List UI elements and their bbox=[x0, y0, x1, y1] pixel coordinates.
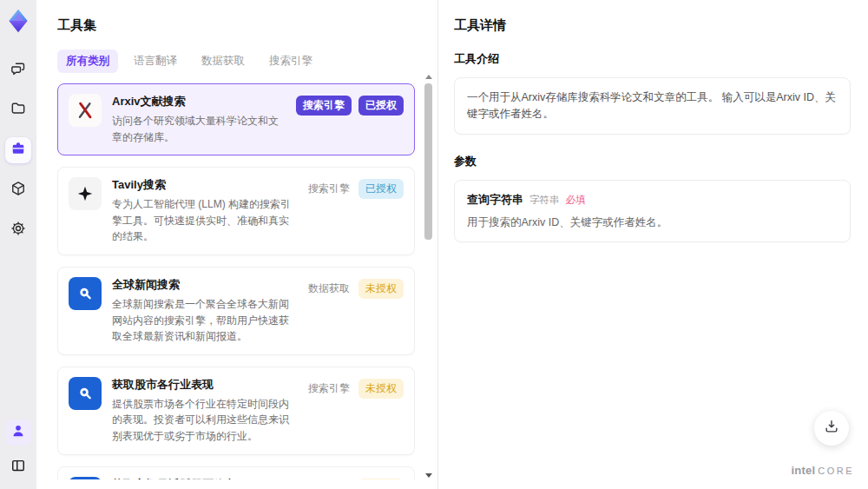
scroll-up-arrow-icon[interactable] bbox=[425, 75, 432, 79]
category-badge: 搜索引擎 bbox=[306, 479, 352, 479]
status-badge: 未授权 bbox=[358, 479, 404, 479]
tab-data-fetch[interactable]: 数据获取 bbox=[193, 50, 253, 73]
tool-card-sector-performance[interactable]: 获取股市各行业表现 提供股票市场各个行业在特定时间段内的表现。投资者可以利用这些… bbox=[57, 367, 415, 455]
tool-name: Arxiv文献搜索 bbox=[112, 94, 282, 109]
sidebar-item-tools[interactable] bbox=[5, 137, 31, 163]
rail-bottom bbox=[5, 420, 31, 480]
category-tabs: 所有类别 语言翻译 数据获取 搜索引擎 bbox=[57, 50, 437, 73]
status-badge: 已授权 bbox=[358, 96, 404, 116]
params-heading: 参数 bbox=[454, 154, 851, 169]
scrollbar-thumb[interactable] bbox=[424, 83, 432, 240]
tool-name: 全球新闻搜索 bbox=[112, 277, 293, 293]
tool-name: Tavily搜索 bbox=[112, 177, 293, 193]
tool-card-most-active-stocks[interactable]: 获取市场最活跃股票信息 提供当天交易量最高的股票列表。投资者可以利用这些信息来识… bbox=[57, 466, 415, 479]
status-badge: 已授权 bbox=[358, 179, 404, 199]
page-title: 工具集 bbox=[57, 17, 437, 34]
star-icon bbox=[69, 177, 102, 210]
sidebar-item-settings[interactable] bbox=[5, 217, 31, 243]
gear-icon bbox=[10, 220, 27, 241]
intro-box: 一个用于从Arxiv存储库搜索科学论文和文章的工具。 输入可以是Arxiv ID… bbox=[454, 77, 851, 135]
download-button[interactable] bbox=[814, 411, 849, 446]
tab-all-categories[interactable]: 所有类别 bbox=[57, 50, 118, 73]
download-icon bbox=[823, 418, 840, 439]
param-description: 用于搜索的Arxiv ID、关键字或作者姓名。 bbox=[467, 215, 838, 230]
tool-description: 专为人工智能代理 (LLM) 构建的搜索引擎工具。可快速提供实时、准确和真实的结… bbox=[112, 196, 293, 245]
sidebar-item-chat[interactable] bbox=[5, 57, 31, 83]
app-logo[interactable] bbox=[4, 7, 32, 35]
param-type: 字符串 bbox=[529, 194, 560, 207]
tool-name: 获取股市各行业表现 bbox=[112, 377, 293, 393]
app-window: 工具集 所有类别 语言翻译 数据获取 搜索引擎 Arxiv文献搜索 访问各个研究… bbox=[0, 0, 868, 489]
intel-logo-text: intel bbox=[791, 464, 815, 477]
param-required-badge: 必填 bbox=[566, 194, 586, 207]
sidebar-item-user[interactable] bbox=[5, 420, 31, 446]
tool-card-body: 全球新闻搜索 全球新闻搜索是一个聚合全球各大新闻网站内容的搜索引擎，帮助用户快速… bbox=[112, 277, 296, 345]
category-badge: 搜索引擎 bbox=[296, 96, 352, 116]
search-blue-icon bbox=[69, 377, 102, 410]
search-blue-icon bbox=[69, 277, 102, 310]
tool-badges: 搜索引擎 未授权 bbox=[306, 377, 404, 445]
cube-icon bbox=[10, 180, 27, 201]
tool-badges: 数据获取 未授权 bbox=[306, 277, 404, 345]
sidebar-item-packages[interactable] bbox=[5, 177, 31, 203]
param-box: 查询字符串 字符串 必填 用于搜索的Arxiv ID、关键字或作者姓名。 bbox=[454, 180, 851, 242]
tool-card-tavily[interactable]: Tavily搜索 专为人工智能代理 (LLM) 构建的搜索引擎工具。可快速提供实… bbox=[57, 167, 415, 255]
tool-card-body: Tavily搜索 专为人工智能代理 (LLM) 构建的搜索引擎工具。可快速提供实… bbox=[112, 177, 296, 245]
param-name: 查询字符串 bbox=[467, 192, 523, 208]
tab-language-translation[interactable]: 语言翻译 bbox=[125, 50, 186, 73]
tool-card-global-news[interactable]: 全球新闻搜索 全球新闻搜索是一个聚合全球各大新闻网站内容的搜索引擎，帮助用户快速… bbox=[57, 267, 415, 355]
intel-core-logo: intel core bbox=[791, 464, 854, 477]
tab-search-engine[interactable]: 搜索引擎 bbox=[260, 50, 321, 73]
scroll-down-arrow-icon[interactable] bbox=[425, 473, 432, 478]
user-icon bbox=[10, 422, 27, 443]
briefcase-icon bbox=[10, 140, 27, 161]
status-badge: 未授权 bbox=[358, 279, 404, 299]
param-head: 查询字符串 字符串 必填 bbox=[467, 192, 838, 208]
tool-badges: 搜索引擎 已授权 bbox=[296, 94, 404, 145]
tool-card-body: 获取市场最活跃股票信息 提供当天交易量最高的股票列表。投资者可以利用这些信息来识… bbox=[112, 477, 296, 479]
category-badge: 搜索引擎 bbox=[306, 179, 352, 199]
folder-icon bbox=[10, 100, 27, 121]
tool-card-body: 获取股市各行业表现 提供股票市场各个行业在特定时间段内的表现。投资者可以利用这些… bbox=[112, 377, 296, 445]
tool-description: 提供股票市场各个行业在特定时间段内的表现。投资者可以利用这些信息来识别表现优于或… bbox=[112, 396, 293, 445]
tool-card-body: Arxiv文献搜索 访问各个研究领域大量科学论文和文章的存储库。 bbox=[112, 94, 286, 145]
sidebar-item-collapse[interactable] bbox=[5, 454, 31, 480]
tool-list-panel: 工具集 所有类别 语言翻译 数据获取 搜索引擎 Arxiv文献搜索 访问各个研究… bbox=[36, 0, 438, 489]
core-logo-text: core bbox=[818, 466, 854, 476]
tool-badges: 搜索引擎 未授权 bbox=[306, 477, 404, 479]
tool-badges: 搜索引擎 已授权 bbox=[306, 177, 404, 245]
list-scrollbar[interactable] bbox=[424, 75, 433, 478]
tool-details-panel: 工具详情 工具介绍 一个用于从Arxiv存储库搜索科学论文和文章的工具。 输入可… bbox=[438, 0, 868, 489]
category-badge: 数据获取 bbox=[306, 279, 352, 299]
tool-list: Arxiv文献搜索 访问各个研究领域大量科学论文和文章的存储库。 搜索引擎 已授… bbox=[57, 83, 415, 479]
category-badge: 搜索引擎 bbox=[306, 379, 352, 399]
sidebar-item-files[interactable] bbox=[5, 97, 31, 123]
tool-description: 全球新闻搜索是一个聚合全球各大新闻网站内容的搜索引擎，帮助用户快速获取全球最新资… bbox=[112, 296, 293, 345]
chat-icon bbox=[10, 60, 27, 81]
arxiv-icon bbox=[69, 94, 102, 127]
rail-nav bbox=[5, 57, 31, 243]
tool-name: 获取市场最活跃股票信息 bbox=[112, 477, 293, 479]
status-badge: 未授权 bbox=[358, 379, 404, 399]
tool-card-arxiv[interactable]: Arxiv文献搜索 访问各个研究领域大量科学论文和文章的存储库。 搜索引擎 已授… bbox=[57, 83, 415, 155]
left-rail bbox=[0, 0, 36, 489]
search-blue-icon bbox=[69, 477, 102, 479]
tool-description: 访问各个研究领域大量科学论文和文章的存储库。 bbox=[112, 113, 282, 145]
panel-toggle-icon bbox=[10, 457, 27, 478]
details-title: 工具详情 bbox=[454, 17, 851, 34]
intro-heading: 工具介绍 bbox=[454, 51, 851, 67]
